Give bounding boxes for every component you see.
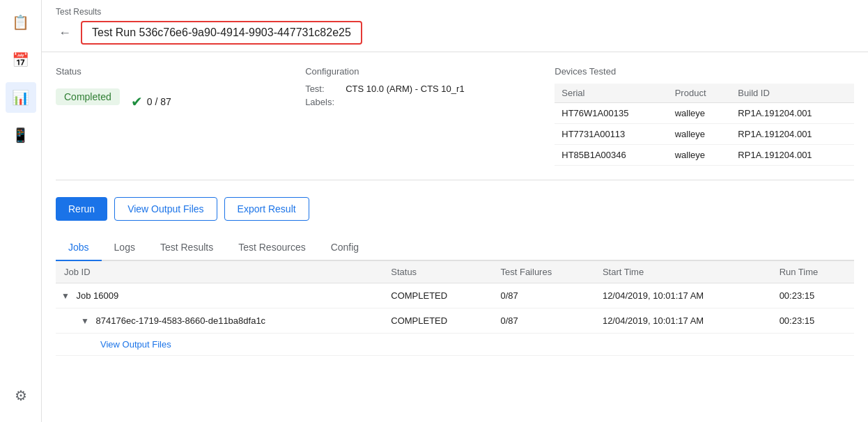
job-id-cell: ▼ 874176ec-1719-4583-8660-de11ba8dfa1c xyxy=(56,308,382,334)
calendar-icon: 📅 xyxy=(12,52,29,68)
sidebar-item-chart[interactable]: 📊 xyxy=(6,82,36,113)
tab-jobs[interactable]: Jobs xyxy=(56,235,102,261)
job-status: COMPLETED xyxy=(382,308,492,334)
phone-icon: 📱 xyxy=(12,127,29,143)
device-row: HT76W1A00135 walleye RP1A.191204.001 xyxy=(555,103,854,124)
tab-logs[interactable]: Logs xyxy=(102,235,148,261)
config-test-row: Test: CTS 10.0 (ARM) - CTS 10_r1 xyxy=(305,84,555,94)
tabs: JobsLogsTest ResultsTest ResourcesConfig xyxy=(56,235,854,261)
col-job-id: Job ID xyxy=(56,261,382,283)
clipboard-icon: 📋 xyxy=(12,14,29,31)
device-build-id: RP1A.191204.001 xyxy=(731,103,854,124)
config-block: Configuration Test: CTS 10.0 (ARM) - CTS… xyxy=(305,66,555,166)
job-row: ▼ 874176ec-1719-4583-8660-de11ba8dfa1c C… xyxy=(56,308,854,334)
back-button[interactable]: ← xyxy=(56,26,74,40)
pass-count-value: 0 / 87 xyxy=(147,96,171,107)
test-run-header: ← Test Run 536c76e6-9a90-4914-9903-44773… xyxy=(56,21,854,52)
job-id-value: Job 16009 xyxy=(77,290,119,301)
tab-test-resources[interactable]: Test Resources xyxy=(226,235,318,261)
action-buttons: Rerun View Output Files Export Result xyxy=(56,197,854,221)
breadcrumb: Test Results xyxy=(56,7,854,17)
expand-icon[interactable]: ▼ xyxy=(61,291,70,301)
col-serial: Serial xyxy=(555,84,667,103)
config-title: Configuration xyxy=(305,66,555,77)
device-serial: HT7731A00113 xyxy=(555,124,667,145)
device-build-id: RP1A.191204.001 xyxy=(731,124,854,145)
sidebar-item-calendar[interactable]: 📅 xyxy=(6,45,36,75)
col-product: Product xyxy=(668,84,731,103)
device-product: walleye xyxy=(668,145,731,166)
devices-block: Devices Tested Serial Product Build ID H… xyxy=(555,66,854,166)
job-run-time: 00:23:15 xyxy=(771,308,854,334)
device-build-id: RP1A.191204.001 xyxy=(731,145,854,166)
device-product: walleye xyxy=(668,124,731,145)
device-row: HT7731A00113 walleye RP1A.191204.001 xyxy=(555,124,854,145)
sidebar-item-settings[interactable]: ⚙ xyxy=(6,380,36,411)
col-run-time: Run Time xyxy=(771,261,854,283)
col-start-time: Start Time xyxy=(594,261,771,283)
chart-icon: 📊 xyxy=(12,89,29,106)
col-status: Status xyxy=(382,261,492,283)
view-output-link[interactable]: View Output Files xyxy=(100,339,171,350)
main-content: Test Results ← Test Run 536c76e6-9a90-49… xyxy=(42,0,868,422)
job-test-failures: 0/87 xyxy=(492,283,594,308)
col-build-id: Build ID xyxy=(731,84,854,103)
test-run-id: Test Run 536c76e6-9a90-4914-9903-447731c… xyxy=(81,21,362,45)
status-block: Status Completed ✔ 0 / 87 xyxy=(56,66,305,166)
config-labels-row: Labels: xyxy=(305,97,555,107)
settings-icon: ⚙ xyxy=(15,387,27,404)
expand-icon[interactable]: ▼ xyxy=(81,316,89,326)
export-result-button[interactable]: Export Result xyxy=(224,197,309,221)
header: Test Results ← Test Run 536c76e6-9a90-49… xyxy=(42,0,868,52)
job-start-time: 12/04/2019, 10:01:17 AM xyxy=(594,308,771,334)
info-section: Status Completed ✔ 0 / 87 Configuration … xyxy=(56,66,854,180)
job-run-time: 00:23:15 xyxy=(771,283,854,308)
device-serial: HT85B1A00346 xyxy=(555,145,667,166)
tab-test-results[interactable]: Test Results xyxy=(148,235,226,261)
view-output-button[interactable]: View Output Files xyxy=(114,197,217,221)
config-test-label: Test: xyxy=(305,84,340,94)
view-output-row: View Output Files xyxy=(56,334,854,356)
job-status: COMPLETED xyxy=(382,283,492,308)
device-serial: HT76W1A00135 xyxy=(555,103,667,124)
col-test-failures: Test Failures xyxy=(492,261,594,283)
job-start-time: 12/04/2019, 10:01:17 AM xyxy=(594,283,771,308)
job-id-cell: ▼ Job 16009 xyxy=(56,283,382,308)
status-title: Status xyxy=(56,66,305,77)
job-test-failures: 0/87 xyxy=(492,308,594,334)
sidebar-item-clipboard[interactable]: 📋 xyxy=(6,7,36,38)
check-circle-icon: ✔ xyxy=(131,93,143,110)
tab-config[interactable]: Config xyxy=(318,235,371,261)
sidebar: 📋 📅 📊 📱 ⚙ xyxy=(0,0,42,422)
rerun-button[interactable]: Rerun xyxy=(56,197,107,221)
sidebar-item-phone[interactable]: 📱 xyxy=(6,120,36,150)
job-id-value: 874176ec-1719-4583-8660-de11ba8dfa1c xyxy=(96,315,266,326)
status-badge: Completed xyxy=(56,88,120,105)
jobs-table-header: Job ID Status Test Failures Start Time R… xyxy=(56,261,854,283)
pass-count: ✔ 0 / 87 xyxy=(131,93,171,110)
devices-title: Devices Tested xyxy=(555,66,854,77)
job-row: ▼ Job 16009 COMPLETED 0/87 12/04/2019, 1… xyxy=(56,283,854,308)
device-row: HT85B1A00346 walleye RP1A.191204.001 xyxy=(555,145,854,166)
device-product: walleye xyxy=(668,103,731,124)
devices-table: Serial Product Build ID HT76W1A00135 wal… xyxy=(555,84,854,166)
content-area: Status Completed ✔ 0 / 87 Configuration … xyxy=(42,52,868,422)
config-labels-label: Labels: xyxy=(305,97,340,107)
jobs-table: Job ID Status Test Failures Start Time R… xyxy=(56,261,854,356)
devices-table-header: Serial Product Build ID xyxy=(555,84,854,103)
config-test-value: CTS 10.0 (ARM) - CTS 10_r1 xyxy=(346,84,465,94)
